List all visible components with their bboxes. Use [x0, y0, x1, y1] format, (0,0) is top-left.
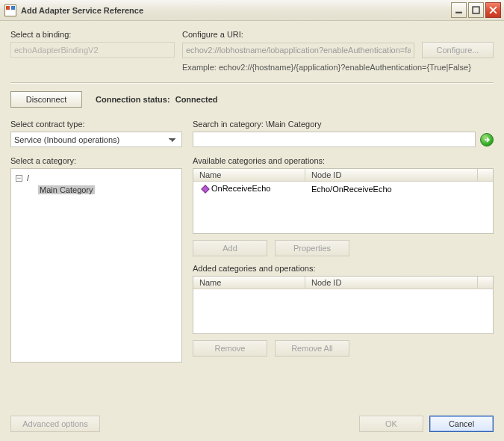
svg-rect-1 [473, 7, 479, 13]
connection-status: Connection status: Connected [96, 95, 218, 104]
properties-button: Properties [275, 240, 349, 256]
available-header: Name Node ID [193, 169, 493, 182]
category-label: Select a category: [10, 156, 182, 165]
added-label: Added categories and operations: [193, 264, 494, 273]
added-list[interactable]: Name Node ID [193, 276, 494, 334]
tree-node-main-category[interactable]: Main Category [38, 185, 95, 194]
search-label: Search in category: \Main Category [193, 120, 494, 129]
list-item[interactable]: OnReceiveEcho Echo/OnReceiveEcho [193, 182, 493, 196]
category-tree[interactable]: − / Main Category [10, 168, 182, 363]
available-label: Available categories and operations: [193, 156, 494, 165]
ok-button: OK [359, 416, 423, 432]
maximize-button[interactable] [468, 2, 484, 18]
advanced-options-button: Advanced options [10, 416, 100, 432]
operation-icon [199, 185, 208, 194]
contract-label: Select contract type: [10, 120, 182, 129]
col-node-id[interactable]: Node ID [305, 169, 478, 181]
contract-select[interactable]: Service (Inbound operations) [10, 132, 182, 147]
uri-input [182, 43, 414, 58]
divider [10, 82, 494, 84]
close-button[interactable] [485, 2, 501, 18]
remove-all-button: Remove All [275, 340, 349, 357]
configure-button: Configure... [422, 42, 494, 58]
disconnect-button[interactable]: Disconnect [10, 91, 82, 108]
search-input[interactable] [193, 132, 476, 147]
col-name[interactable]: Name [193, 277, 305, 289]
col-name[interactable]: Name [193, 169, 305, 181]
dialog-body: Select a binding: echoAdapterBindingV2 C… [1, 22, 503, 440]
app-icon [4, 4, 16, 16]
added-header: Name Node ID [193, 277, 493, 289]
minimize-button[interactable] [451, 2, 467, 18]
add-button: Add [193, 240, 267, 256]
search-go-icon[interactable] [480, 133, 494, 147]
binding-select: echoAdapterBindingV2 [10, 42, 175, 58]
available-list[interactable]: Name Node ID OnReceiveEcho Echo/OnReceiv… [193, 168, 494, 234]
col-node-id[interactable]: Node ID [305, 277, 478, 289]
title-bar: Add Adapter Service Reference [0, 0, 504, 21]
remove-button: Remove [193, 340, 267, 357]
tree-collapse-icon[interactable]: − [16, 175, 22, 182]
window-title: Add Adapter Service Reference [21, 6, 143, 15]
svg-rect-0 [455, 12, 462, 13]
uri-example: Example: echov2://{hostname}/{applicatio… [182, 63, 494, 72]
binding-label: Select a binding: [10, 30, 175, 39]
tree-root-node[interactable]: / [25, 173, 31, 182]
uri-label: Configure a URI: [182, 30, 494, 39]
cancel-button[interactable]: Cancel [429, 416, 494, 432]
